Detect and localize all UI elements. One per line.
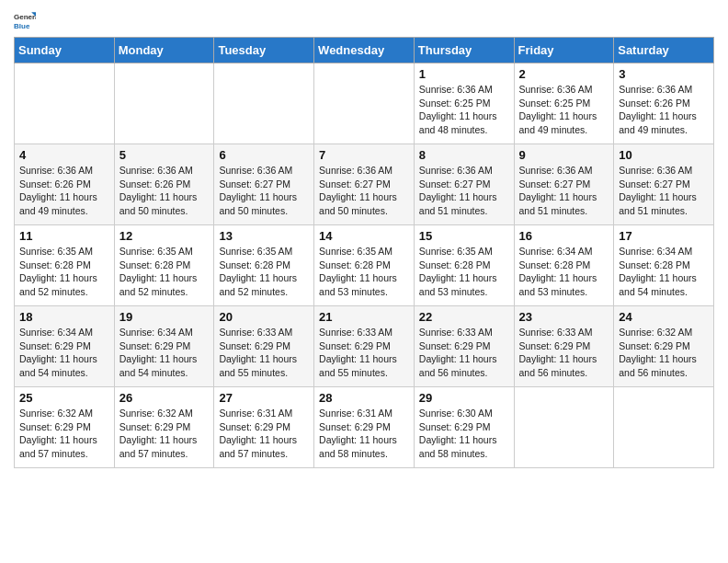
days-header-row: SundayMondayTuesdayWednesdayThursdayFrid… — [15, 38, 714, 63]
day-info: Sunrise: 6:33 AMSunset: 6:29 PMDaylight:… — [419, 326, 509, 380]
day-cell: 18Sunrise: 6:34 AMSunset: 6:29 PMDayligh… — [15, 306, 115, 387]
day-cell: 15Sunrise: 6:35 AMSunset: 6:28 PMDayligh… — [414, 225, 514, 306]
day-cell: 26Sunrise: 6:32 AMSunset: 6:29 PMDayligh… — [114, 387, 214, 468]
day-number: 14 — [319, 229, 409, 243]
day-cell: 21Sunrise: 6:33 AMSunset: 6:29 PMDayligh… — [314, 306, 415, 387]
day-number: 17 — [619, 229, 709, 243]
day-cell: 22Sunrise: 6:33 AMSunset: 6:29 PMDayligh… — [414, 306, 514, 387]
day-number: 23 — [519, 310, 609, 324]
day-cell — [314, 63, 415, 144]
day-info: Sunrise: 6:36 AMSunset: 6:27 PMDaylight:… — [619, 164, 709, 218]
header-friday: Friday — [514, 38, 614, 63]
header-wednesday: Wednesday — [314, 38, 415, 63]
day-number: 3 — [619, 67, 709, 81]
day-cell: 9Sunrise: 6:36 AMSunset: 6:27 PMDaylight… — [514, 144, 614, 225]
header-monday: Monday — [114, 38, 214, 63]
day-info: Sunrise: 6:35 AMSunset: 6:28 PMDaylight:… — [419, 245, 509, 299]
day-cell: 6Sunrise: 6:36 AMSunset: 6:27 PMDaylight… — [214, 144, 314, 225]
day-cell: 29Sunrise: 6:30 AMSunset: 6:29 PMDayligh… — [414, 387, 514, 468]
day-info: Sunrise: 6:34 AMSunset: 6:29 PMDaylight:… — [119, 326, 210, 380]
day-number: 20 — [219, 310, 309, 324]
day-info: Sunrise: 6:36 AMSunset: 6:26 PMDaylight:… — [619, 83, 709, 137]
day-number: 12 — [119, 229, 210, 243]
day-number: 4 — [19, 148, 109, 162]
week-row-5: 25Sunrise: 6:32 AMSunset: 6:29 PMDayligh… — [15, 387, 714, 468]
day-info: Sunrise: 6:31 AMSunset: 6:29 PMDaylight:… — [319, 407, 409, 461]
day-number: 21 — [319, 310, 409, 324]
header-sunday: Sunday — [15, 38, 115, 63]
day-cell: 25Sunrise: 6:32 AMSunset: 6:29 PMDayligh… — [15, 387, 115, 468]
day-cell — [214, 63, 314, 144]
day-info: Sunrise: 6:36 AMSunset: 6:27 PMDaylight:… — [319, 164, 409, 218]
day-number: 26 — [119, 391, 210, 405]
day-cell — [514, 387, 614, 468]
day-info: Sunrise: 6:36 AMSunset: 6:27 PMDaylight:… — [519, 164, 609, 218]
day-cell: 24Sunrise: 6:32 AMSunset: 6:29 PMDayligh… — [614, 306, 714, 387]
day-cell: 20Sunrise: 6:33 AMSunset: 6:29 PMDayligh… — [214, 306, 314, 387]
day-info: Sunrise: 6:33 AMSunset: 6:29 PMDaylight:… — [519, 326, 609, 380]
day-info: Sunrise: 6:30 AMSunset: 6:29 PMDaylight:… — [419, 407, 509, 461]
day-info: Sunrise: 6:35 AMSunset: 6:28 PMDaylight:… — [119, 245, 210, 299]
week-row-4: 18Sunrise: 6:34 AMSunset: 6:29 PMDayligh… — [15, 306, 714, 387]
day-cell: 28Sunrise: 6:31 AMSunset: 6:29 PMDayligh… — [314, 387, 415, 468]
day-cell: 10Sunrise: 6:36 AMSunset: 6:27 PMDayligh… — [614, 144, 714, 225]
day-number: 25 — [19, 391, 109, 405]
day-number: 5 — [119, 148, 210, 162]
week-row-3: 11Sunrise: 6:35 AMSunset: 6:28 PMDayligh… — [15, 225, 714, 306]
logo: General Blue — [14, 9, 40, 31]
week-row-1: 1Sunrise: 6:36 AMSunset: 6:25 PMDaylight… — [15, 63, 714, 144]
day-cell: 11Sunrise: 6:35 AMSunset: 6:28 PMDayligh… — [15, 225, 115, 306]
day-number: 19 — [119, 310, 210, 324]
day-info: Sunrise: 6:35 AMSunset: 6:28 PMDaylight:… — [19, 245, 109, 299]
day-info: Sunrise: 6:33 AMSunset: 6:29 PMDaylight:… — [219, 326, 309, 380]
day-info: Sunrise: 6:35 AMSunset: 6:28 PMDaylight:… — [219, 245, 309, 299]
day-number: 2 — [519, 67, 609, 81]
day-number: 9 — [519, 148, 609, 162]
day-info: Sunrise: 6:35 AMSunset: 6:28 PMDaylight:… — [319, 245, 409, 299]
day-cell: 3Sunrise: 6:36 AMSunset: 6:26 PMDaylight… — [614, 63, 714, 144]
day-number: 16 — [519, 229, 609, 243]
day-info: Sunrise: 6:34 AMSunset: 6:29 PMDaylight:… — [19, 326, 109, 380]
day-number: 8 — [419, 148, 509, 162]
day-number: 11 — [19, 229, 109, 243]
day-number: 15 — [419, 229, 509, 243]
day-cell — [614, 387, 714, 468]
day-info: Sunrise: 6:36 AMSunset: 6:27 PMDaylight:… — [419, 164, 509, 218]
day-cell: 5Sunrise: 6:36 AMSunset: 6:26 PMDaylight… — [114, 144, 214, 225]
day-cell: 12Sunrise: 6:35 AMSunset: 6:28 PMDayligh… — [114, 225, 214, 306]
day-info: Sunrise: 6:34 AMSunset: 6:28 PMDaylight:… — [519, 245, 609, 299]
day-cell: 7Sunrise: 6:36 AMSunset: 6:27 PMDaylight… — [314, 144, 415, 225]
day-cell: 13Sunrise: 6:35 AMSunset: 6:28 PMDayligh… — [214, 225, 314, 306]
day-info: Sunrise: 6:36 AMSunset: 6:25 PMDaylight:… — [519, 83, 609, 137]
day-number: 18 — [19, 310, 109, 324]
day-number: 22 — [419, 310, 509, 324]
day-number: 28 — [319, 391, 409, 405]
day-number: 24 — [619, 310, 709, 324]
day-cell: 16Sunrise: 6:34 AMSunset: 6:28 PMDayligh… — [514, 225, 614, 306]
day-number: 10 — [619, 148, 709, 162]
day-cell: 8Sunrise: 6:36 AMSunset: 6:27 PMDaylight… — [414, 144, 514, 225]
day-number: 6 — [219, 148, 309, 162]
day-info: Sunrise: 6:32 AMSunset: 6:29 PMDaylight:… — [19, 407, 109, 461]
day-cell: 2Sunrise: 6:36 AMSunset: 6:25 PMDaylight… — [514, 63, 614, 144]
header-saturday: Saturday — [614, 38, 714, 63]
day-info: Sunrise: 6:36 AMSunset: 6:25 PMDaylight:… — [419, 83, 509, 137]
day-cell: 4Sunrise: 6:36 AMSunset: 6:26 PMDaylight… — [15, 144, 115, 225]
day-info: Sunrise: 6:33 AMSunset: 6:29 PMDaylight:… — [319, 326, 409, 380]
day-number: 7 — [319, 148, 409, 162]
day-number: 1 — [419, 67, 509, 81]
page-header: General Blue — [14, 9, 714, 31]
day-cell: 19Sunrise: 6:34 AMSunset: 6:29 PMDayligh… — [114, 306, 214, 387]
day-cell — [114, 63, 214, 144]
day-info: Sunrise: 6:32 AMSunset: 6:29 PMDaylight:… — [619, 326, 709, 380]
day-cell: 17Sunrise: 6:34 AMSunset: 6:28 PMDayligh… — [614, 225, 714, 306]
calendar-table: SundayMondayTuesdayWednesdayThursdayFrid… — [14, 37, 714, 468]
day-cell — [15, 63, 115, 144]
day-info: Sunrise: 6:36 AMSunset: 6:27 PMDaylight:… — [219, 164, 309, 218]
header-tuesday: Tuesday — [214, 38, 314, 63]
svg-text:General: General — [14, 13, 36, 21]
day-number: 13 — [219, 229, 309, 243]
day-number: 29 — [419, 391, 509, 405]
day-info: Sunrise: 6:31 AMSunset: 6:29 PMDaylight:… — [219, 407, 309, 461]
day-number: 27 — [219, 391, 309, 405]
